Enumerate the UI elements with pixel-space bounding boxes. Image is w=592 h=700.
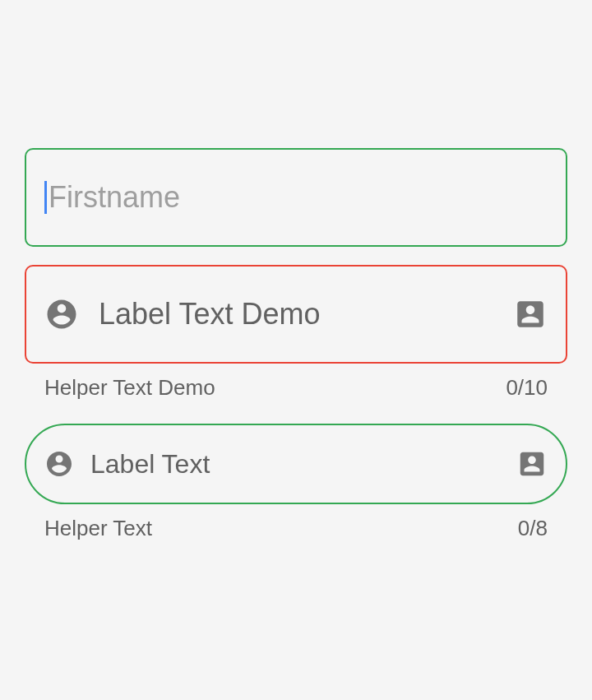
account-box-icon <box>513 297 548 331</box>
counter-pill: 0/8 <box>518 516 548 541</box>
label-demo-field[interactable]: Label Text Demo <box>25 265 567 364</box>
label-pill-field[interactable]: Label Text <box>25 424 567 504</box>
person-icon <box>44 449 74 479</box>
label-pill-text: Label Text <box>90 449 516 480</box>
text-cursor <box>44 181 47 214</box>
firstname-placeholder: Firstname <box>49 180 180 215</box>
counter-demo: 0/10 <box>506 375 548 401</box>
label-demo-text: Label Text Demo <box>99 297 513 331</box>
helper-row-pill: Helper Text 0/8 <box>25 504 567 541</box>
helper-text-pill: Helper Text <box>44 516 152 541</box>
person-icon <box>44 297 79 331</box>
helper-row: Helper Text Demo 0/10 <box>25 364 567 401</box>
firstname-field[interactable]: Firstname <box>25 148 567 247</box>
helper-text-demo: Helper Text Demo <box>44 375 215 401</box>
account-box-icon <box>516 448 548 480</box>
